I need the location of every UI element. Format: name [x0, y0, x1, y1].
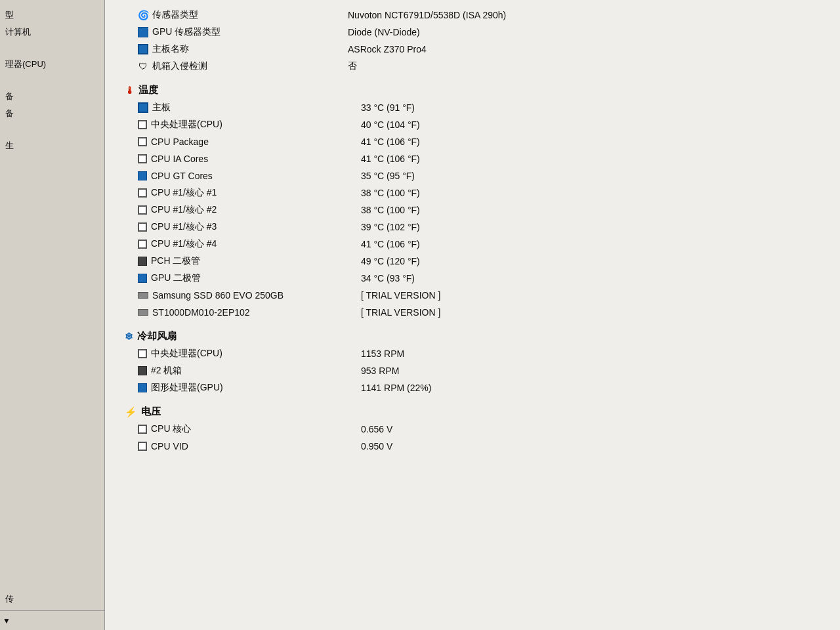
temp-core1-label: CPU #1/核心 #1 — [151, 187, 217, 199]
sidebar-item-empty1 — [0, 41, 104, 56]
fan-case-icon — [138, 366, 147, 375]
fan-case-row: #2 机箱 953 RPM — [125, 362, 827, 379]
temp-gpu-label-col: GPU 二极管 — [138, 272, 361, 284]
core1-icon — [138, 188, 147, 198]
sidebar-item-cpu[interactable]: 理器(CPU) — [0, 56, 104, 73]
core3-icon — [138, 222, 147, 232]
volt-vid-row: CPU VID 0.950 V — [125, 438, 827, 455]
temp-gt-label: CPU GT Cores — [151, 171, 213, 181]
temp-core4-label: CPU #1/核心 #4 — [151, 238, 217, 250]
sidebar-item-backup1[interactable]: 备 — [0, 88, 104, 105]
temp-ssd-label-col: Samsung SSD 860 EVO 250GB — [138, 290, 361, 301]
temp-gpu-value: 34 °C (93 °F) — [361, 273, 827, 284]
temp-core1-label-col: CPU #1/核心 #1 — [138, 187, 361, 199]
sidebar-item-trans[interactable]: 传 — [0, 591, 104, 608]
intrusion-icon: 🛡 — [138, 61, 148, 72]
sidebar-item-empty3 — [0, 122, 104, 137]
temp-mb-label-col: 主板 — [138, 102, 361, 114]
sidebar-item-sensors[interactable]: 型 — [0, 7, 104, 24]
volt-core-icon — [138, 425, 147, 434]
fan-section-label: 冷却风扇 — [137, 330, 177, 343]
temp-ia-row: CPU IA Cores 41 °C (106 °F) — [125, 150, 827, 167]
mb-name-label-col: 主板名称 — [125, 43, 348, 55]
temp-pkg-value: 41 °C (106 °F) — [361, 136, 827, 147]
volt-core-label: CPU 核心 — [151, 423, 191, 435]
sidebar-item-computer[interactable]: 计算机 — [0, 24, 104, 41]
temp-core3-label-col: CPU #1/核心 #3 — [138, 221, 361, 233]
temp-core4-value: 41 °C (106 °F) — [361, 239, 827, 249]
sidebar: 型 计算机 理器(CPU) 备 备 生 传 ▼ — [0, 0, 105, 630]
fan-gpu-label-col: 图形处理器(GPU) — [138, 382, 361, 394]
intrusion-row: 🛡 机箱入侵检测 否 — [125, 58, 827, 75]
gpu-icon — [138, 27, 148, 37]
temp-ia-value: 41 °C (106 °F) — [361, 154, 827, 164]
temp-gt-row: CPU GT Cores 35 °C (95 °F) — [125, 167, 827, 184]
sidebar-item-gen[interactable]: 生 — [0, 137, 104, 154]
core2-icon — [138, 205, 147, 215]
temp-core3-value: 39 °C (102 °F) — [361, 222, 827, 232]
volt-section-icon: ⚡ — [125, 406, 137, 418]
temp-mb-label: 主板 — [152, 102, 171, 114]
sidebar-item-backup2[interactable]: 备 — [0, 105, 104, 122]
mb-temp-icon — [138, 102, 148, 113]
mb-name-label: 主板名称 — [152, 43, 189, 55]
temp-section-header: 🌡 温度 — [125, 84, 827, 96]
gpu-sensor-label: GPU 传感器类型 — [152, 26, 220, 38]
temp-gpu-row: GPU 二极管 34 °C (93 °F) — [125, 270, 827, 287]
temp-gpu-label: GPU 二极管 — [151, 272, 201, 284]
fan-cpu-label-col: 中央处理器(CPU) — [138, 348, 361, 360]
temp-ia-label: CPU IA Cores — [151, 154, 208, 164]
temp-core2-label: CPU #1/核心 #2 — [151, 204, 217, 216]
fan-cpu-label: 中央处理器(CPU) — [151, 348, 222, 360]
fan-gpu-value: 1141 RPM (22%) — [361, 383, 827, 393]
volt-core-label-col: CPU 核心 — [138, 423, 361, 435]
temp-core2-row: CPU #1/核心 #2 38 °C (100 °F) — [125, 201, 827, 219]
core4-icon — [138, 240, 147, 249]
fan-section-header: ❄ 冷却风扇 — [125, 330, 827, 343]
gpu-diode-icon — [138, 274, 147, 283]
fan-case-label: #2 机箱 — [151, 365, 182, 377]
mb-icon — [138, 44, 148, 54]
temp-pkg-label: CPU Package — [151, 136, 209, 147]
temp-pch-row: PCH 二极管 49 °C (120 °F) — [125, 253, 827, 270]
temp-mb-value: 33 °C (91 °F) — [361, 102, 827, 113]
fan-cpu-row: 中央处理器(CPU) 1153 RPM — [125, 345, 827, 362]
temp-core2-label-col: CPU #1/核心 #2 — [138, 204, 361, 216]
fan-gpu-row: 图形处理器(GPU) 1141 RPM (22%) — [125, 379, 827, 396]
intrusion-value: 否 — [348, 60, 827, 72]
temp-core3-label: CPU #1/核心 #3 — [151, 221, 217, 233]
pch-icon — [138, 257, 147, 266]
fan-case-label-col: #2 机箱 — [138, 365, 361, 377]
sidebar-item-empty2 — [0, 73, 104, 88]
temp-ia-label-col: CPU IA Cores — [138, 154, 361, 164]
volt-section-label: 电压 — [141, 406, 161, 418]
temp-pch-value: 49 °C (120 °F) — [361, 256, 827, 266]
temp-ssd-row: Samsung SSD 860 EVO 250GB [ TRIAL VERSIO… — [125, 287, 827, 304]
intrusion-label-col: 🛡 机箱入侵检测 — [125, 60, 348, 72]
temp-section-label: 温度 — [138, 84, 158, 96]
gpu-sensor-label-col: GPU 传感器类型 — [125, 26, 348, 38]
sensor-type-row: 🌀 传感器类型 Nuvoton NCT6791D/5538D (ISA 290h… — [125, 7, 827, 24]
temp-core2-value: 38 °C (100 °F) — [361, 205, 827, 215]
temp-ssd-value: [ TRIAL VERSION ] — [361, 290, 827, 301]
gpu-sensor-value: Diode (NV-Diode) — [348, 27, 827, 37]
pkg-icon — [138, 137, 147, 146]
fan-cpu-value: 1153 RPM — [361, 348, 827, 359]
temp-pch-label-col: PCH 二极管 — [138, 255, 361, 267]
temp-hdd-label-col: ST1000DM010-2EP102 — [138, 307, 361, 318]
temp-gt-label-col: CPU GT Cores — [138, 171, 361, 181]
temp-core1-row: CPU #1/核心 #1 38 °C (100 °F) — [125, 184, 827, 201]
scroll-down-icon[interactable]: ▼ — [3, 616, 10, 625]
volt-core-row: CPU 核心 0.656 V — [125, 421, 827, 438]
temp-gt-value: 35 °C (95 °F) — [361, 171, 827, 181]
temp-core3-row: CPU #1/核心 #3 39 °C (102 °F) — [125, 219, 827, 236]
volt-vid-icon — [138, 442, 147, 451]
temp-pch-label: PCH 二极管 — [151, 255, 200, 267]
sensor-type-label-col: 🌀 传感器类型 — [125, 9, 348, 21]
gt-icon — [138, 171, 147, 180]
gpu-sensor-row: GPU 传感器类型 Diode (NV-Diode) — [125, 24, 827, 41]
temp-pkg-row: CPU Package 41 °C (106 °F) — [125, 133, 827, 150]
temp-cpu-value: 40 °C (104 °F) — [361, 119, 827, 130]
main-content: 🌀 传感器类型 Nuvoton NCT6791D/5538D (ISA 290h… — [105, 0, 840, 630]
temp-cpu-label: 中央处理器(CPU) — [151, 119, 222, 131]
